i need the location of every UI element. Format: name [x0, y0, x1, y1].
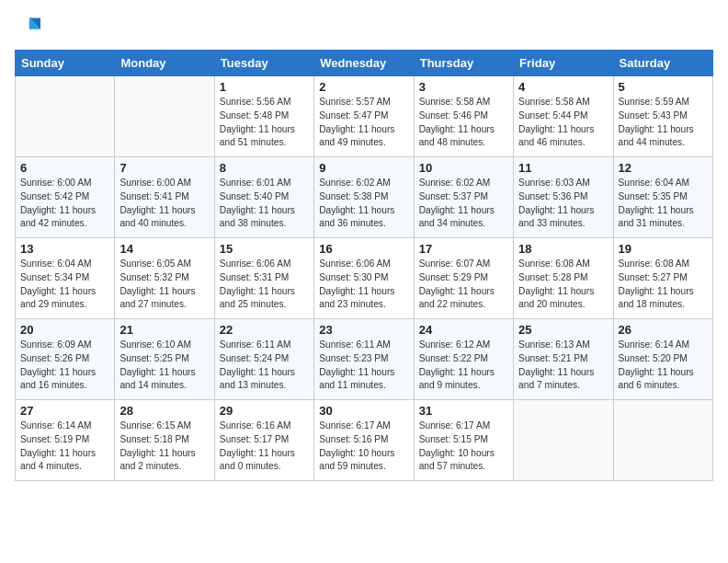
calendar-cell: 27Sunrise: 6:14 AMSunset: 5:19 PMDayligh…: [16, 400, 115, 481]
calendar-cell: 21Sunrise: 6:10 AMSunset: 5:25 PMDayligh…: [115, 319, 214, 400]
day-number: 26: [619, 323, 708, 337]
calendar-cell: [16, 76, 115, 157]
cell-content-line: Sunrise: 6:02 AM: [419, 177, 508, 190]
cell-content-line: Daylight: 11 hours and 14 minutes.: [119, 366, 209, 394]
cell-content-line: Sunrise: 6:07 AM: [419, 258, 508, 271]
calendar-cell: 8Sunrise: 6:01 AMSunset: 5:40 PMDaylight…: [214, 157, 313, 238]
cell-content-line: Daylight: 11 hours and 23 minutes.: [319, 285, 408, 313]
day-number: 27: [20, 404, 109, 418]
cell-content-line: Sunrise: 6:13 AM: [518, 339, 608, 352]
calendar-cell: 16Sunrise: 6:06 AMSunset: 5:30 PMDayligh…: [314, 238, 414, 319]
calendar-cell: 2Sunrise: 5:57 AMSunset: 5:47 PMDaylight…: [314, 76, 414, 157]
cell-content-line: Sunset: 5:31 PM: [220, 271, 309, 285]
calendar-week-row: 6Sunrise: 6:00 AMSunset: 5:42 PMDaylight…: [16, 157, 713, 238]
cell-content-line: Sunrise: 6:06 AM: [319, 258, 408, 271]
cell-content-line: Daylight: 11 hours and 0 minutes.: [220, 447, 309, 475]
day-number: 16: [319, 242, 408, 256]
cell-content-line: Sunset: 5:22 PM: [419, 352, 508, 366]
page-header: [15, 15, 713, 40]
cell-content-line: Sunset: 5:32 PM: [119, 271, 209, 285]
cell-content-line: Sunrise: 6:04 AM: [20, 258, 109, 271]
day-number: 28: [119, 404, 209, 418]
cell-content-line: Sunset: 5:27 PM: [619, 271, 708, 285]
calendar-cell: 9Sunrise: 6:02 AMSunset: 5:38 PMDaylight…: [314, 157, 414, 238]
calendar-cell: 31Sunrise: 6:17 AMSunset: 5:15 PMDayligh…: [414, 400, 513, 481]
cell-content-line: Daylight: 11 hours and 2 minutes.: [119, 447, 209, 475]
cell-content-line: Sunset: 5:29 PM: [419, 271, 508, 285]
cell-content-line: Daylight: 11 hours and 22 minutes.: [419, 285, 508, 313]
cell-content-line: Daylight: 11 hours and 29 minutes.: [20, 285, 109, 313]
cell-content-line: Daylight: 11 hours and 25 minutes.: [220, 285, 309, 313]
cell-content-line: Sunrise: 6:04 AM: [619, 177, 708, 190]
cell-content-line: Sunrise: 6:08 AM: [518, 258, 608, 271]
cell-content-line: Sunset: 5:46 PM: [419, 109, 508, 123]
calendar-cell: 3Sunrise: 5:58 AMSunset: 5:46 PMDaylight…: [414, 76, 513, 157]
cell-content-line: Sunset: 5:20 PM: [619, 352, 708, 366]
cell-content-line: Sunrise: 6:14 AM: [619, 339, 708, 352]
cell-content-line: Daylight: 11 hours and 27 minutes.: [119, 285, 209, 313]
cell-content-line: Sunset: 5:41 PM: [119, 190, 209, 204]
day-number: 12: [619, 161, 708, 175]
cell-content-line: Daylight: 11 hours and 13 minutes.: [220, 366, 309, 394]
calendar-cell: 30Sunrise: 6:17 AMSunset: 5:16 PMDayligh…: [314, 400, 414, 481]
day-number: 13: [20, 242, 109, 256]
cell-content-line: Daylight: 11 hours and 38 minutes.: [220, 204, 309, 232]
cell-content-line: Sunrise: 5:58 AM: [518, 96, 608, 109]
calendar-cell: 17Sunrise: 6:07 AMSunset: 5:29 PMDayligh…: [414, 238, 513, 319]
calendar-week-row: 27Sunrise: 6:14 AMSunset: 5:19 PMDayligh…: [16, 400, 713, 481]
day-number: 31: [419, 404, 508, 418]
cell-content-line: Sunset: 5:40 PM: [220, 190, 309, 204]
cell-content-line: Sunrise: 6:15 AM: [119, 419, 209, 433]
calendar-cell: 19Sunrise: 6:08 AMSunset: 5:27 PMDayligh…: [613, 238, 712, 319]
cell-content-line: Daylight: 11 hours and 7 minutes.: [518, 366, 608, 394]
calendar-cell: 10Sunrise: 6:02 AMSunset: 5:37 PMDayligh…: [414, 157, 513, 238]
cell-content-line: Daylight: 11 hours and 46 minutes.: [518, 123, 608, 151]
calendar-cell: 12Sunrise: 6:04 AMSunset: 5:35 PMDayligh…: [613, 157, 712, 238]
cell-content-line: Sunrise: 6:05 AM: [119, 258, 209, 271]
calendar-cell: 18Sunrise: 6:08 AMSunset: 5:28 PMDayligh…: [514, 238, 613, 319]
day-of-week-header: Sunday: [16, 51, 115, 76]
day-number: 9: [319, 161, 408, 175]
cell-content-line: Daylight: 11 hours and 11 minutes.: [319, 366, 408, 394]
calendar-cell: 15Sunrise: 6:06 AMSunset: 5:31 PMDayligh…: [214, 238, 313, 319]
cell-content-line: Sunrise: 6:11 AM: [319, 339, 408, 352]
cell-content-line: Sunset: 5:34 PM: [20, 271, 109, 285]
cell-content-line: Sunrise: 6:02 AM: [319, 177, 408, 190]
cell-content-line: Daylight: 11 hours and 16 minutes.: [20, 366, 109, 394]
calendar-header-row: SundayMondayTuesdayWednesdayThursdayFrid…: [16, 51, 713, 76]
day-of-week-header: Saturday: [613, 51, 712, 76]
calendar-cell: 7Sunrise: 6:00 AMSunset: 5:41 PMDaylight…: [115, 157, 214, 238]
cell-content-line: Sunrise: 6:10 AM: [119, 339, 209, 352]
calendar-week-row: 20Sunrise: 6:09 AMSunset: 5:26 PMDayligh…: [16, 319, 713, 400]
cell-content-line: Daylight: 11 hours and 4 minutes.: [20, 447, 109, 475]
cell-content-line: Sunset: 5:21 PM: [518, 352, 608, 366]
cell-content-line: Sunrise: 5:57 AM: [319, 96, 408, 109]
cell-content-line: Sunset: 5:19 PM: [20, 433, 109, 447]
calendar-cell: 29Sunrise: 6:16 AMSunset: 5:17 PMDayligh…: [214, 400, 313, 481]
cell-content-line: Daylight: 11 hours and 48 minutes.: [419, 123, 508, 151]
day-number: 2: [319, 80, 408, 94]
day-number: 14: [119, 242, 209, 256]
cell-content-line: Sunset: 5:24 PM: [220, 352, 309, 366]
calendar-cell: [115, 76, 214, 157]
cell-content-line: Daylight: 11 hours and 33 minutes.: [518, 204, 608, 232]
day-number: 18: [518, 242, 608, 256]
cell-content-line: Daylight: 11 hours and 31 minutes.: [619, 204, 708, 232]
cell-content-line: Sunrise: 5:59 AM: [619, 96, 708, 109]
cell-content-line: Daylight: 11 hours and 49 minutes.: [319, 123, 408, 151]
calendar-cell: 25Sunrise: 6:13 AMSunset: 5:21 PMDayligh…: [514, 319, 613, 400]
cell-content-line: Sunrise: 6:03 AM: [518, 177, 608, 190]
calendar-cell: 5Sunrise: 5:59 AMSunset: 5:43 PMDaylight…: [613, 76, 712, 157]
calendar-cell: 11Sunrise: 6:03 AMSunset: 5:36 PMDayligh…: [514, 157, 613, 238]
logo: [15, 15, 44, 40]
cell-content-line: Sunset: 5:42 PM: [20, 190, 109, 204]
day-number: 29: [220, 404, 309, 418]
day-number: 15: [220, 242, 309, 256]
cell-content-line: Daylight: 11 hours and 42 minutes.: [20, 204, 109, 232]
cell-content-line: Sunset: 5:35 PM: [619, 190, 708, 204]
cell-content-line: Sunset: 5:28 PM: [518, 271, 608, 285]
cell-content-line: Daylight: 11 hours and 36 minutes.: [319, 204, 408, 232]
cell-content-line: Sunrise: 6:08 AM: [619, 258, 708, 271]
day-number: 3: [419, 80, 508, 94]
day-number: 6: [20, 161, 109, 175]
